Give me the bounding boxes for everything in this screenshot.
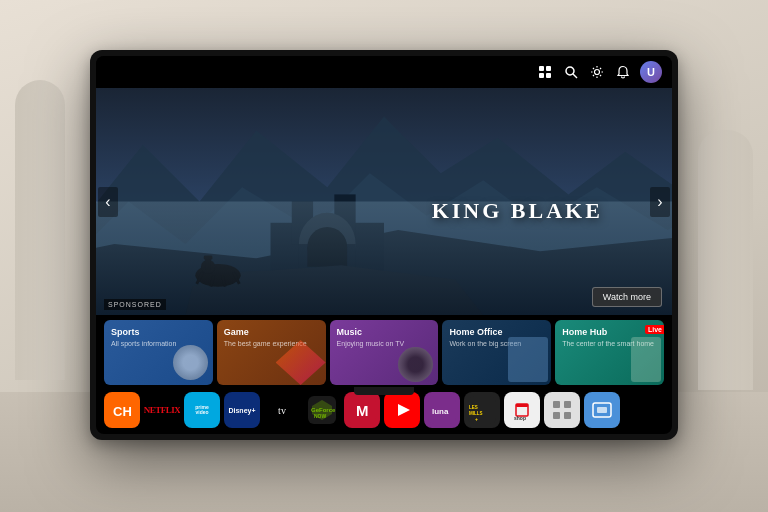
app-youtube[interactable]	[384, 392, 420, 428]
svg-text:M: M	[356, 402, 369, 419]
hero-title: KING BLAKE	[432, 198, 603, 224]
svg-rect-55	[597, 407, 607, 413]
card-office-title: Home Office	[449, 327, 544, 337]
card-hub[interactable]: Home Hub The center of the smart home Li…	[555, 320, 664, 385]
svg-text:luna: luna	[432, 407, 449, 416]
app-shop[interactable]: shop	[504, 392, 540, 428]
card-sports[interactable]: Sports All sports information	[104, 320, 213, 385]
card-hub-title: Home Hub	[562, 327, 657, 337]
card-game[interactable]: Game The best game experience	[217, 320, 326, 385]
app-apps[interactable]	[544, 392, 580, 428]
svg-text:CH: CH	[113, 404, 132, 419]
svg-rect-49	[553, 401, 560, 408]
office-image	[508, 337, 548, 382]
app-prime-video[interactable]: prime video	[184, 392, 220, 428]
svg-rect-48	[548, 396, 576, 424]
svg-rect-0	[539, 66, 544, 71]
svg-point-6	[595, 70, 600, 75]
app-les-mills[interactable]: LES MILLS +	[464, 392, 500, 428]
app-ch[interactable]: CH	[104, 392, 140, 428]
svg-text:LES: LES	[469, 405, 478, 410]
svg-rect-50	[564, 401, 571, 408]
tv-container: U	[90, 50, 678, 440]
nav-bar: U	[96, 56, 672, 88]
room-background: U	[0, 0, 768, 512]
hero-next-arrow[interactable]: ›	[650, 187, 670, 217]
watch-more-button[interactable]: Watch more	[592, 287, 662, 307]
svg-rect-2	[539, 73, 544, 78]
wall-arch-left	[15, 80, 65, 380]
app-netflix[interactable]: NETFLIX	[144, 392, 180, 428]
svg-text:+: +	[475, 416, 478, 422]
tv-frame: U	[90, 50, 678, 440]
hero-prev-arrow[interactable]: ‹	[98, 187, 118, 217]
card-music[interactable]: Music Enjoying music on TV	[330, 320, 439, 385]
sponsored-badge: SPONSORED	[104, 299, 166, 310]
hero-section: ‹ › KING BLAKE SPONSORED Watch more	[96, 88, 672, 315]
svg-line-5	[573, 74, 577, 78]
grid-icon[interactable]	[536, 63, 554, 81]
sports-ball-image	[173, 345, 208, 380]
search-icon[interactable]	[562, 63, 580, 81]
gear-icon[interactable]	[588, 63, 606, 81]
app-mcl[interactable]: M	[344, 392, 380, 428]
svg-rect-3	[546, 73, 551, 78]
svg-rect-40	[468, 396, 496, 424]
tv-screen: U	[96, 56, 672, 434]
svg-point-4	[566, 67, 574, 75]
app-luna[interactable]: luna	[424, 392, 460, 428]
tv-stand	[354, 387, 414, 395]
hub-image	[631, 337, 661, 382]
apps-row: CH NETFLIX prime video Disney+	[96, 389, 672, 434]
svg-rect-52	[564, 412, 571, 419]
card-game-title: Game	[224, 327, 319, 337]
svg-rect-51	[553, 412, 560, 419]
app-cast[interactable]	[584, 392, 620, 428]
app-geforce-now[interactable]: GeForce NOW	[304, 392, 340, 428]
app-apple-tv[interactable]: tv	[264, 392, 300, 428]
app-disney-plus[interactable]: Disney+	[224, 392, 260, 428]
card-office[interactable]: Home Office Work on the big screen	[442, 320, 551, 385]
svg-text:shop: shop	[514, 415, 526, 421]
card-sports-title: Sports	[111, 327, 206, 337]
cards-row: Sports All sports information Game The b…	[96, 315, 672, 389]
card-music-title: Music	[337, 327, 432, 337]
wall-arch-right	[698, 130, 753, 390]
music-image	[398, 347, 433, 382]
bell-icon[interactable]	[614, 63, 632, 81]
avatar[interactable]: U	[640, 61, 662, 83]
live-badge: Live	[645, 325, 664, 334]
svg-rect-1	[546, 66, 551, 71]
svg-text:NOW: NOW	[314, 413, 327, 419]
